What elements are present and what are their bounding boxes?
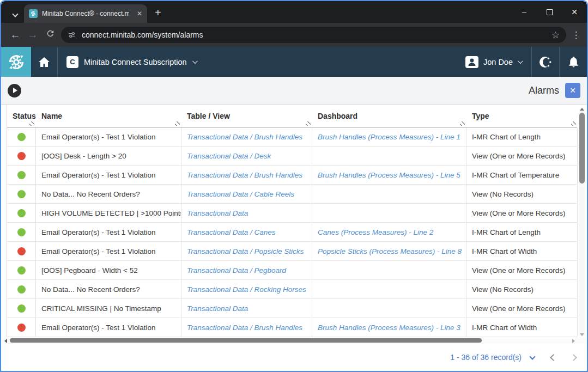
status-dot	[17, 247, 26, 255]
column-resize-handle[interactable]	[29, 121, 34, 126]
dashboard-link[interactable]: Brush Handles (Process Measures) - Line …	[312, 166, 466, 184]
browser-titlebar: Minitab Connect® - connect.mi ✕ + – ✕	[1, 1, 587, 23]
page-title: Alarms	[529, 85, 559, 96]
column-resize-handle[interactable]	[175, 121, 180, 126]
maximize-button[interactable]	[537, 1, 562, 23]
column-resize-handle[interactable]	[306, 121, 311, 126]
bookmark-star-icon[interactable]: ☆	[551, 29, 560, 41]
dashboard-link[interactable]	[312, 204, 466, 222]
table-row[interactable]: Email Operator(s) - Test 1 Violation Tra…	[7, 166, 577, 185]
table-view-link[interactable]: Transactional Data / Desk	[181, 147, 312, 165]
table-row[interactable]: CRITICAL MISSING | No Timestamp Transact…	[7, 299, 577, 318]
browser-menu-icon[interactable]: ⋮	[571, 29, 581, 41]
gear-sync-icon	[5, 51, 27, 73]
close-panel-button[interactable]: ✕	[565, 83, 580, 98]
table-row[interactable]: [OOS] Pegboard - Width < 52 Transactiona…	[7, 261, 577, 280]
refresh-button[interactable]	[41, 29, 59, 41]
column-header-type[interactable]: Type	[466, 105, 578, 127]
table-view-link[interactable]: Transactional Data / Popsicle Sticks	[181, 242, 312, 260]
table-row[interactable]: Email Operator(s) - Test 1 Violation Tra…	[7, 318, 577, 337]
chevron-down-icon	[192, 58, 198, 64]
site-settings-icon[interactable]	[68, 31, 76, 39]
horizontal-scrollbar-thumb[interactable]	[10, 338, 482, 343]
notifications-button[interactable]	[560, 47, 587, 77]
table-row[interactable]: [OOS] Desk - Length > 20 Transactional D…	[7, 147, 577, 166]
minitab-connect-logo[interactable]	[1, 47, 31, 77]
table-view-link[interactable]: Transactional Data / Rocking Horses	[181, 280, 312, 298]
close-window-button[interactable]: ✕	[562, 1, 587, 23]
run-button[interactable]	[8, 84, 21, 97]
column-label: Status	[13, 112, 36, 120]
subscription-picker[interactable]: C Minitab Connect Subscription	[58, 47, 205, 77]
minimize-button[interactable]: –	[512, 1, 537, 23]
page-size-dropdown-icon[interactable]	[529, 353, 535, 359]
back-button[interactable]: ←	[7, 29, 24, 41]
table-view-link[interactable]: Transactional Data / Canes	[181, 223, 312, 241]
home-button[interactable]	[31, 56, 57, 69]
table-row[interactable]: Email Operator(s) - Test 1 Violation Tra…	[7, 242, 577, 261]
browser-tab[interactable]: Minitab Connect® - connect.mi ✕	[24, 4, 147, 23]
column-resize-handle[interactable]	[460, 121, 465, 126]
table-view-link[interactable]: Transactional Data / Cable Reels	[181, 185, 312, 203]
table-view-link[interactable]: Transactional Data / Pegboard	[181, 261, 312, 279]
column-resize-handle[interactable]	[571, 121, 576, 126]
address-bar[interactable]: connect.minitab.com/system/alarms ☆	[61, 27, 566, 43]
dashboard-link[interactable]: Brush Handles (Process Measures) - Line …	[312, 318, 466, 337]
pagination-bar: 1 - 36 of 36 record(s)	[1, 344, 587, 371]
alarm-type-cell: View (No Records)	[466, 280, 578, 298]
new-tab-button[interactable]: +	[155, 7, 161, 19]
column-header-dashboard[interactable]: Dashboard	[312, 105, 466, 127]
column-header-table-view[interactable]: Table / View	[181, 105, 312, 127]
refresh-icon	[46, 29, 55, 38]
moon-icon	[538, 55, 553, 69]
alarm-type-cell: View (One or More Records)	[466, 299, 578, 318]
vertical-scrollbar-thumb[interactable]	[579, 113, 585, 184]
dashboard-link[interactable]: Popsicle Sticks (Process Measures) - Lin…	[312, 242, 466, 260]
dashboard-link[interactable]: Brush Handles (Process Measures) - Line …	[312, 127, 466, 146]
tab-search-button[interactable]	[8, 7, 22, 21]
dashboard-link[interactable]	[312, 147, 466, 165]
next-page-button[interactable]	[570, 354, 577, 361]
scroll-left-arrow-icon[interactable]	[4, 339, 7, 343]
subscription-badge: C	[66, 56, 78, 68]
vertical-scrollbar[interactable]	[579, 107, 585, 337]
status-cell	[7, 299, 36, 318]
dashboard-link[interactable]	[312, 280, 466, 298]
url-text[interactable]: connect.minitab.com/system/alarms	[82, 31, 203, 39]
status-dot	[17, 209, 26, 217]
alarm-name-cell: No Data... No Recent Orders?	[36, 185, 181, 203]
horizontal-scrollbar[interactable]	[1, 337, 587, 344]
column-header-status[interactable]: Status	[7, 105, 36, 127]
dashboard-link[interactable]	[312, 185, 466, 203]
status-cell	[7, 280, 36, 298]
user-name: Jon Doe	[483, 58, 513, 66]
table-view-link[interactable]: Transactional Data	[181, 299, 312, 318]
status-cell	[7, 223, 36, 241]
scroll-down-arrow-icon[interactable]	[580, 333, 584, 336]
scroll-up-arrow-icon[interactable]	[580, 108, 584, 111]
table-view-link[interactable]: Transactional Data / Brush Handles	[181, 166, 312, 184]
alarm-name-cell: CRITICAL MISSING | No Timestamp	[36, 299, 181, 318]
table-view-link[interactable]: Transactional Data / Brush Handles	[181, 127, 312, 146]
column-header-name[interactable]: Name	[36, 105, 181, 127]
alarm-name-cell: HIGH VOLUME DETECTED | >1000 Points	[36, 204, 181, 222]
tab-close-icon[interactable]: ✕	[137, 10, 142, 17]
forward-button[interactable]: →	[24, 29, 41, 41]
table-row[interactable]: No Data... No Recent Orders? Transaction…	[7, 280, 577, 299]
gear-sync-icon	[30, 10, 37, 17]
table-view-link[interactable]: Transactional Data / Brush Handles	[181, 318, 312, 337]
table-row[interactable]: Email Operator(s) - Test 1 Violation Tra…	[7, 127, 577, 147]
table-view-link[interactable]: Transactional Data	[181, 204, 312, 222]
alarms-table-section: Status Name Table / View Dashboard Type …	[1, 105, 587, 344]
dashboard-link[interactable]: Canes (Process Measures) - Line 2	[312, 223, 466, 241]
dashboard-link[interactable]	[312, 299, 466, 318]
scroll-right-arrow-icon[interactable]	[572, 339, 575, 343]
previous-page-button[interactable]	[550, 354, 557, 361]
table-row[interactable]: Email Operator(s) - Test 1 Violation Tra…	[7, 223, 577, 242]
table-row[interactable]: No Data... No Recent Orders? Transaction…	[7, 185, 577, 204]
table-row[interactable]: HIGH VOLUME DETECTED | >1000 Points Tran…	[7, 204, 577, 223]
user-menu[interactable]: Jon Doe	[456, 47, 531, 77]
page-toolbar: Alarms ✕	[1, 77, 587, 105]
night-mode-button[interactable]	[532, 47, 559, 77]
dashboard-link[interactable]	[312, 261, 466, 279]
